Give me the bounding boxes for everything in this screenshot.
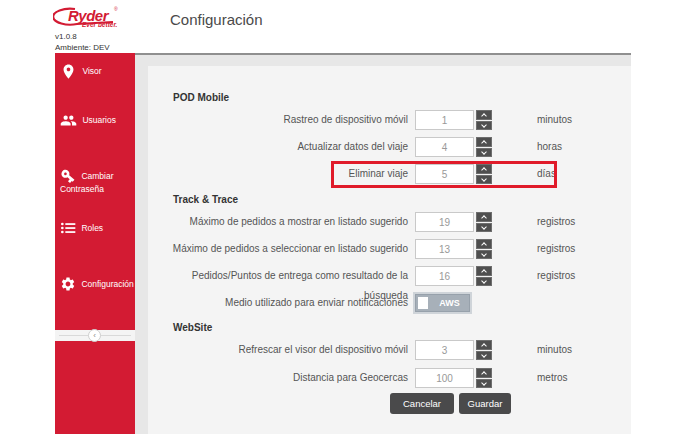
app-version: v1.0.8 (55, 32, 77, 41)
max-seleccionar-input[interactable] (415, 239, 474, 259)
sidebar-item-label: Roles (81, 223, 103, 233)
rastreo-input[interactable] (415, 110, 474, 130)
number-spinner (415, 110, 492, 130)
number-spinner (415, 340, 492, 360)
spinner-down-button[interactable] (476, 250, 492, 260)
setting-label: Máximo de pedidos a mostrar en listado s… (148, 212, 408, 232)
section-title-website: WebSite (173, 322, 212, 333)
number-spinner (415, 137, 492, 157)
unit-label: minutos (537, 340, 572, 360)
unit-label: registros (537, 212, 575, 232)
sidebar-item-visor[interactable]: Visor (55, 63, 135, 80)
spinner-down-button[interactable] (476, 223, 492, 233)
logo-tagline: Ever better. (82, 21, 117, 28)
unit-label: registros (537, 266, 575, 286)
sidebar-item-usuarios[interactable]: Usuarios (55, 113, 135, 128)
spinner-up-button[interactable] (476, 266, 492, 276)
setting-row-max-mostrar: Máximo de pedidos a mostrar en listado s… (148, 212, 631, 232)
users-icon (60, 113, 77, 128)
max-mostrar-input[interactable] (415, 212, 474, 232)
actualizar-input[interactable] (415, 137, 474, 157)
sidebar-collapse-bar: ‹ (55, 330, 135, 341)
number-spinner (415, 212, 492, 232)
spinner-down-button[interactable] (476, 121, 492, 131)
number-spinner (415, 239, 492, 259)
page-title: Configuración (170, 11, 263, 28)
spinner-down-button[interactable] (476, 277, 492, 287)
spinner-up-button[interactable] (476, 137, 492, 147)
sidebar-item-label: Usuarios (82, 115, 116, 125)
sidebar-item-label: Visor (82, 66, 101, 76)
sidebar-item-label: Configuración (81, 279, 133, 289)
environment-label: Ambiente: DEV (55, 43, 110, 52)
setting-label: Máximo de pedidos a seleccionar en lista… (148, 239, 408, 259)
section-title-track-trace: Track & Trace (173, 194, 238, 205)
spinner-up-button[interactable] (476, 212, 492, 222)
sidebar-item-cambiar-contrasena[interactable]: Cambiar Contraseña (55, 168, 135, 195)
toggle-value: AWS (430, 295, 469, 311)
setting-row-notificaciones: Medio utilizado para enviar notificacion… (148, 293, 631, 313)
cancel-button[interactable]: Cancelar (390, 393, 454, 414)
notification-medium-toggle[interactable]: AWS (415, 294, 470, 312)
spinner-up-button[interactable] (476, 239, 492, 249)
setting-label: Actualizar datos del viaje (148, 137, 408, 157)
setting-label: Refrescar el visor del dispositivo móvil (148, 340, 408, 360)
setting-row-pedidos-busqueda: Pedidos/Puntos de entrega como resultado… (148, 266, 631, 286)
setting-row-refrescar: Refrescar el visor del dispositivo móvil… (148, 340, 631, 360)
spinner-up-button[interactable] (476, 110, 492, 120)
section-title-pod-mobile: POD Mobile (173, 92, 229, 103)
location-pin-icon (60, 63, 77, 80)
ryder-logo: Ryder ® Ever better. v1.0.8 Ambiente: DE… (53, 4, 145, 50)
gear-icon (60, 276, 76, 292)
unit-label: metros (537, 368, 568, 388)
number-spinner (415, 266, 492, 286)
pedidos-busqueda-input[interactable] (415, 266, 474, 286)
refrescar-input[interactable] (415, 340, 474, 360)
app-window: Ryder ® Ever better. v1.0.8 Ambiente: DE… (0, 0, 686, 434)
setting-row-geocercas: Distancia para Geocercas metros (148, 368, 631, 388)
spinner-down-button[interactable] (476, 379, 492, 389)
list-icon (60, 221, 76, 235)
toggle-handle (418, 297, 428, 309)
setting-label: Rastreo de dispositivo móvil (148, 110, 408, 130)
setting-row-actualizar: Actualizar datos del viaje horas (148, 137, 631, 157)
unit-label: horas (537, 137, 562, 157)
setting-row-max-seleccionar: Máximo de pedidos a seleccionar en lista… (148, 239, 631, 259)
number-spinner (415, 368, 492, 388)
highlight-box (331, 161, 557, 188)
spinner-down-button[interactable] (476, 351, 492, 361)
setting-label: Distancia para Geocercas (148, 368, 408, 388)
sidebar: Visor Usuarios Cambiar Contraseña Roles … (55, 53, 135, 434)
spinner-down-button[interactable] (476, 148, 492, 158)
spinner-up-button[interactable] (476, 368, 492, 378)
logo-registered-mark: ® (114, 6, 118, 12)
sidebar-item-configuracion[interactable]: Configuración (55, 276, 135, 292)
save-button[interactable]: Guardar (459, 393, 511, 414)
spinner-up-button[interactable] (476, 340, 492, 350)
unit-label: registros (537, 239, 575, 259)
geocercas-input[interactable] (415, 368, 474, 388)
setting-label: Medio utilizado para enviar notificacion… (148, 293, 408, 313)
settings-card: POD Mobile Rastreo de dispositivo móvil … (148, 66, 631, 434)
unit-label: minutos (537, 110, 572, 130)
chevron-left-icon[interactable]: ‹ (88, 329, 101, 342)
sidebar-item-roles[interactable]: Roles (55, 221, 135, 235)
setting-row-rastreo: Rastreo de dispositivo móvil minutos (148, 110, 631, 130)
